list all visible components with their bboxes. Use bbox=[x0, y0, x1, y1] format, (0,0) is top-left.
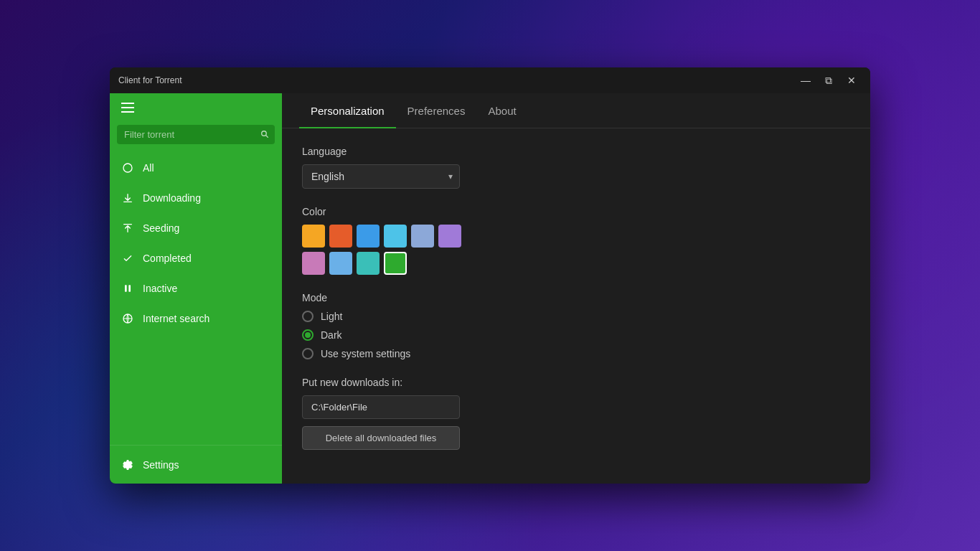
language-select[interactable]: English French German Spanish bbox=[302, 164, 460, 189]
mode-dark-label: Dark bbox=[321, 329, 342, 341]
sidebar-item-inactive-label: Inactive bbox=[143, 283, 177, 294]
search-input[interactable] bbox=[117, 125, 275, 144]
search-icon[interactable] bbox=[260, 129, 269, 141]
sidebar-item-internet-search-label: Internet search bbox=[143, 313, 209, 324]
color-swatch-teal[interactable] bbox=[357, 252, 380, 275]
color-section: Color bbox=[302, 206, 850, 275]
check-icon bbox=[121, 252, 134, 265]
mode-light-option[interactable]: Light bbox=[302, 311, 850, 322]
downloads-section-title: Put new downloads in: bbox=[302, 377, 850, 388]
svg-rect-2 bbox=[128, 285, 131, 291]
app-window: Client for Torrent — ⧉ ✕ bbox=[110, 67, 870, 484]
gear-icon bbox=[121, 457, 134, 472]
color-swatch-purple[interactable] bbox=[438, 225, 461, 248]
mode-section-title: Mode bbox=[302, 292, 850, 303]
mode-light-label: Light bbox=[321, 311, 342, 322]
color-grid bbox=[302, 225, 474, 275]
color-swatch-pink[interactable] bbox=[302, 252, 325, 275]
color-swatch-light-blue[interactable] bbox=[329, 252, 352, 275]
tabs-bar: Personalization Preferences About bbox=[282, 93, 870, 128]
mode-radio-group: Light Dark Use system settings bbox=[302, 311, 850, 359]
language-section: Language English French German Spanish ▾ bbox=[302, 146, 850, 189]
app-title: Client for Torrent bbox=[118, 75, 182, 85]
mode-system-radio[interactable] bbox=[302, 348, 314, 359]
sidebar-item-all-label: All bbox=[143, 162, 154, 174]
settings-label: Settings bbox=[143, 459, 179, 471]
svg-rect-1 bbox=[125, 285, 127, 291]
sidebar-item-all[interactable]: All bbox=[110, 153, 282, 183]
window-controls: — ⧉ ✕ bbox=[796, 70, 862, 90]
color-swatch-orange-red[interactable] bbox=[329, 225, 352, 248]
language-section-title: Language bbox=[302, 146, 850, 157]
close-button[interactable]: ✕ bbox=[842, 70, 862, 90]
sidebar-item-seeding[interactable]: Seeding bbox=[110, 213, 282, 243]
sidebar-item-seeding-label: Seeding bbox=[143, 222, 179, 234]
download-icon bbox=[121, 192, 134, 204]
sidebar-footer: Settings bbox=[110, 445, 282, 484]
titlebar: Client for Torrent — ⧉ ✕ bbox=[110, 67, 870, 93]
maximize-button[interactable]: ⧉ bbox=[819, 70, 839, 90]
tab-preferences[interactable]: Preferences bbox=[396, 93, 477, 128]
downloads-section: Put new downloads in: Delete all downloa… bbox=[302, 377, 850, 450]
sidebar-item-completed-label: Completed bbox=[143, 253, 192, 264]
svg-point-0 bbox=[123, 164, 132, 172]
color-swatch-orange-amber[interactable] bbox=[302, 225, 325, 248]
sidebar-item-inactive[interactable]: Inactive bbox=[110, 273, 282, 303]
mode-dark-option[interactable]: Dark bbox=[302, 329, 850, 341]
hamburger-menu-icon[interactable] bbox=[121, 103, 134, 113]
settings-item[interactable]: Settings bbox=[121, 454, 270, 475]
sidebar-item-internet-search[interactable]: Internet search bbox=[110, 303, 282, 334]
sidebar-header bbox=[110, 93, 282, 122]
color-swatch-blue[interactable] bbox=[357, 225, 380, 248]
minimize-button[interactable]: — bbox=[796, 70, 816, 90]
main-content: Personalization Preferences About Langua… bbox=[282, 93, 870, 484]
mode-section: Mode Light Dark Use system settings bbox=[302, 292, 850, 359]
globe-icon bbox=[121, 312, 134, 325]
color-swatch-green[interactable] bbox=[384, 252, 407, 275]
color-section-title: Color bbox=[302, 206, 850, 217]
download-path-input[interactable] bbox=[302, 395, 460, 419]
color-swatch-steel-blue[interactable] bbox=[411, 225, 434, 248]
sidebar-item-downloading[interactable]: Downloading bbox=[110, 183, 282, 213]
sidebar-item-completed[interactable]: Completed bbox=[110, 243, 282, 273]
sidebar-nav: All Downloading Seeding bbox=[110, 153, 282, 445]
mode-dark-radio[interactable] bbox=[302, 329, 314, 341]
pause-icon bbox=[121, 282, 134, 295]
color-swatch-cyan[interactable] bbox=[384, 225, 407, 248]
mode-light-radio[interactable] bbox=[302, 311, 314, 322]
language-select-wrapper: English French German Spanish ▾ bbox=[302, 164, 460, 189]
tab-about[interactable]: About bbox=[476, 93, 527, 128]
settings-panel: Language English French German Spanish ▾… bbox=[282, 128, 870, 484]
sidebar-item-downloading-label: Downloading bbox=[143, 192, 201, 204]
main-layout: All Downloading Seeding bbox=[110, 93, 870, 484]
delete-downloaded-files-button[interactable]: Delete all downloaded files bbox=[302, 426, 460, 450]
sidebar: All Downloading Seeding bbox=[110, 93, 282, 484]
upload-icon bbox=[121, 222, 134, 235]
mode-system-label: Use system settings bbox=[321, 348, 410, 359]
search-bar bbox=[117, 125, 275, 144]
circle-icon bbox=[121, 161, 134, 174]
tab-personalization[interactable]: Personalization bbox=[299, 93, 396, 128]
mode-system-option[interactable]: Use system settings bbox=[302, 348, 850, 359]
